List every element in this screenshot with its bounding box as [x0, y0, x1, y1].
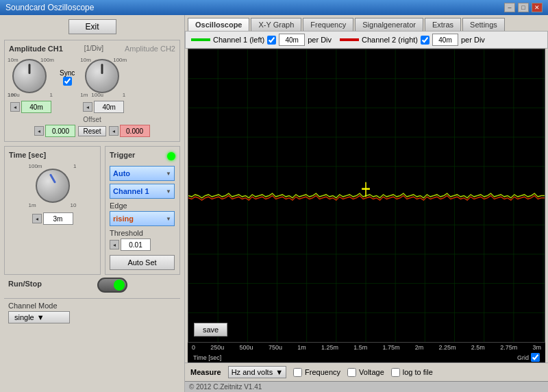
- copyright-bar: © 2012 C.Zeitnitz V1.41: [185, 381, 548, 392]
- time-label-2.5m: 2.5m: [471, 344, 485, 351]
- tab-xy-graph[interactable]: X-Y Graph: [251, 18, 301, 31]
- time-label-1m: 1m: [297, 344, 306, 351]
- tab-frequency[interactable]: Frequency: [303, 18, 353, 31]
- frequency-checkbox[interactable]: [293, 368, 302, 377]
- threshold-input-row: ◂ 0.01: [110, 238, 175, 251]
- reset-button[interactable]: Reset: [78, 126, 105, 136]
- offset-label: Offset: [83, 116, 101, 123]
- time-section: Time [sec] 100m 1 1m 10 ◂ 3m: [4, 146, 101, 275]
- channel-mode-arrow: ▼: [37, 313, 45, 321]
- run-stop-row: Run/Stop: [8, 278, 176, 293]
- ch2-amplitude-knob[interactable]: [85, 59, 119, 93]
- time-label-250u: 250u: [210, 344, 224, 351]
- time-label-2.75m: 2.75m: [500, 344, 517, 351]
- voltage-checkbox-group: Voltage: [347, 368, 384, 377]
- close-button[interactable]: ✕: [532, 3, 543, 12]
- ch1-spinner-down[interactable]: ◂: [10, 102, 20, 112]
- left-panel: Exit Amplitude CH1 [1/Div] Amplitude CH2…: [0, 15, 185, 392]
- threshold-input[interactable]: 0.01: [121, 238, 151, 251]
- channel-mode-value: single: [14, 313, 34, 321]
- maximize-button[interactable]: □: [518, 3, 529, 12]
- tabs-bar: Oscilloscope X-Y Graph Frequency Signalg…: [185, 15, 548, 31]
- tab-settings[interactable]: Settings: [462, 18, 505, 31]
- ch2-indicator: Channel 2 (right) 40m per Div: [340, 34, 485, 46]
- offset-inputs-row: ◂ 0.000 Reset ◂ 0.000: [9, 125, 175, 137]
- tab-extras[interactable]: Extras: [425, 18, 461, 31]
- log-to-file-group: log to file: [391, 368, 433, 377]
- log-to-file-checkbox[interactable]: [391, 368, 400, 377]
- offset2-input[interactable]: 0.000: [120, 125, 150, 137]
- offset2-spinner-down[interactable]: ◂: [109, 126, 119, 136]
- time-label-tl: 100m: [29, 163, 42, 169]
- run-stop-toggle[interactable]: [97, 278, 127, 293]
- time-label-2m: 2m: [415, 344, 424, 351]
- trigger-auto-dropdown[interactable]: Auto ▼: [110, 166, 175, 181]
- amplitude-headers: Amplitude CH1 [1/Div] Amplitude CH2: [9, 45, 175, 53]
- time-sec-label: Time [sec]: [193, 354, 221, 361]
- oscilloscope-display[interactable]: save: [188, 49, 545, 343]
- log-to-file-label: log to file: [403, 368, 433, 376]
- app-title: Soundcard Oszilloscope: [5, 3, 94, 12]
- minimize-button[interactable]: –: [504, 3, 515, 12]
- grid-checkbox[interactable]: [531, 353, 540, 362]
- offset1-spinner-down[interactable]: ◂: [34, 126, 44, 136]
- measure-dropdown[interactable]: Hz and volts ▼: [228, 366, 286, 378]
- time-label-2.25m: 2.25m: [439, 344, 456, 351]
- time-label-br: 10: [71, 202, 77, 208]
- offset2-spinner: ◂ 0.000: [109, 125, 150, 137]
- voltage-label: Voltage: [359, 368, 384, 376]
- ch2-per-div-input[interactable]: 40m: [432, 34, 458, 46]
- channel-mode-row: Channel Mode: [8, 302, 176, 310]
- time-label-tr: 1: [73, 163, 76, 169]
- run-stop-section: Run/Stop: [4, 275, 180, 295]
- ch1-amplitude-knob[interactable]: [12, 59, 47, 93]
- main-container: Exit Amplitude CH1 [1/Div] Amplitude CH2…: [0, 15, 548, 392]
- sync-checkbox[interactable]: [63, 77, 72, 86]
- save-button[interactable]: save: [194, 323, 227, 336]
- time-label-750u: 750u: [269, 344, 282, 351]
- ch2-spinner: ◂ 40m: [83, 101, 124, 113]
- grid-label: Grid: [517, 354, 529, 361]
- channel-mode-dropdown[interactable]: single ▼: [8, 311, 70, 323]
- ch1-label-tl: 10m: [8, 57, 18, 63]
- ch1-per-div-input[interactable]: 40m: [279, 34, 305, 46]
- voltage-checkbox[interactable]: [347, 368, 356, 377]
- trigger-rising-dropdown[interactable]: rising ▼: [110, 211, 175, 226]
- auto-set-button[interactable]: Auto Set: [110, 255, 175, 270]
- ch2-knob-area: 10m 100m 1m 100u 1: [82, 56, 125, 99]
- run-stop-title: Run/Stop: [8, 280, 42, 288]
- time-label-0: 0: [192, 344, 195, 351]
- grid-checkbox-row: Grid: [517, 353, 540, 362]
- offset1-input[interactable]: 0.000: [45, 125, 75, 137]
- edge-label: Edge: [110, 201, 175, 210]
- ch1-checkbox[interactable]: [267, 36, 276, 45]
- ch2-checkbox[interactable]: [421, 36, 429, 45]
- measure-dropdown-arrow: ▼: [275, 368, 283, 376]
- time-label-1.25m: 1.25m: [321, 344, 338, 351]
- tab-signalgenerator[interactable]: Signalgenerator: [355, 18, 423, 31]
- channel-mode-dropdown-row: single ▼: [8, 311, 176, 323]
- exit-button[interactable]: Exit: [68, 19, 116, 34]
- frequency-label: Frequency: [305, 368, 340, 376]
- offset1-spinner: ◂ 0.000: [34, 125, 75, 137]
- ch2-label-tl: 10m: [80, 57, 91, 63]
- frequency-checkbox-group: Frequency: [293, 368, 340, 377]
- ch2-value-input[interactable]: 40m: [94, 101, 124, 113]
- ch1-per-div-unit: per Div: [308, 36, 332, 44]
- measure-dropdown-value: Hz and volts: [232, 368, 273, 376]
- time-label-500u: 500u: [240, 344, 253, 351]
- ch1-value-input[interactable]: 40m: [21, 101, 51, 113]
- time-label-1.75m: 1.75m: [383, 344, 400, 351]
- sync-label: Sync: [60, 69, 75, 77]
- time-spinner-down[interactable]: ◂: [32, 214, 42, 223]
- time-value-input[interactable]: 3m: [43, 212, 73, 225]
- threshold-spinner-down[interactable]: ◂: [110, 240, 119, 249]
- trigger-channel-dropdown[interactable]: Channel 1 ▼: [110, 184, 175, 199]
- osc-svg: [188, 49, 545, 342]
- knob-row: 10m 100m 1m 100u 1 ◂ 40m: [9, 56, 175, 113]
- measure-label: Measure: [190, 368, 221, 376]
- trigger-channel-arrow: ▼: [166, 188, 171, 195]
- ch2-spinner-down[interactable]: ◂: [83, 102, 92, 112]
- time-knob[interactable]: [36, 169, 70, 203]
- tab-oscilloscope[interactable]: Oscilloscope: [188, 18, 249, 31]
